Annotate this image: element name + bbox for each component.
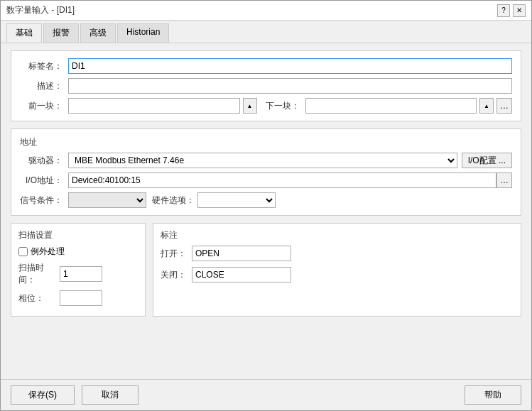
- scan-time-row: 扫描时间：: [18, 262, 138, 286]
- basic-info-section: 标签名： 描述： 前一块： ▲ 下一块： ▲ …: [11, 50, 521, 121]
- prev-label: 前一块：: [20, 100, 63, 112]
- cancel-button[interactable]: 取消: [82, 385, 139, 405]
- title-controls: ? ✕: [497, 4, 526, 17]
- prev-next-row: 前一块： ▲ 下一块： ▲ …: [20, 98, 512, 114]
- next-input[interactable]: [305, 98, 477, 114]
- io-config-button[interactable]: I/O配置 ...: [462, 153, 512, 168]
- main-content: 标签名： 描述： 前一块： ▲ 下一块： ▲ … 地址: [1, 43, 531, 379]
- exception-label: 例外处理: [31, 246, 65, 258]
- window-title: 数字量输入 - [DI1]: [6, 4, 75, 16]
- desc-input[interactable]: [68, 78, 512, 94]
- open-input[interactable]: [192, 246, 291, 261]
- io-addr-input[interactable]: [68, 172, 496, 188]
- scan-time-label: 扫描时间：: [18, 262, 55, 286]
- tag-label: 标签名：: [20, 60, 63, 72]
- scan-time-input[interactable]: [60, 266, 102, 282]
- next-dots-button[interactable]: …: [496, 98, 512, 114]
- annotation-section: 标注 打开： 关闭：: [153, 223, 521, 317]
- signal-label: 信号条件：: [20, 194, 63, 207]
- tab-advanced[interactable]: 高级: [80, 23, 116, 43]
- next-arrow-button[interactable]: ▲: [479, 98, 494, 114]
- address-title: 地址: [20, 136, 512, 148]
- io-addr-dots-button[interactable]: …: [496, 172, 512, 188]
- scan-section: 扫描设置 例外处理 扫描时间： 相位：: [11, 223, 146, 317]
- phase-row: 相位：: [18, 290, 138, 306]
- tag-input[interactable]: [68, 58, 512, 74]
- exception-checkbox[interactable]: [18, 247, 28, 256]
- desc-label: 描述：: [20, 80, 63, 92]
- bottom-sections: 扫描设置 例外处理 扫描时间： 相位： 标注 打开：: [11, 223, 521, 317]
- next-label: 下一块：: [266, 100, 300, 112]
- footer: 保存(S) 取消 帮助: [1, 379, 531, 410]
- annotation-title: 标注: [161, 229, 514, 241]
- signal-select[interactable]: [68, 192, 146, 208]
- tab-alarm[interactable]: 报警: [43, 23, 79, 43]
- exception-row: 例外处理: [18, 246, 138, 258]
- phase-label: 相位：: [18, 292, 55, 305]
- save-button[interactable]: 保存(S): [11, 385, 75, 405]
- main-window: 数字量输入 - [DI1] ? ✕ 基础 报警 高级 Historian 标签名…: [0, 0, 532, 411]
- io-addr-row: I/O地址： …: [20, 172, 512, 188]
- help-button[interactable]: ?: [497, 4, 510, 17]
- hw-label: 硬件选项：: [152, 194, 195, 207]
- close-row: 关闭：: [161, 267, 514, 283]
- desc-row: 描述：: [20, 78, 512, 94]
- prev-arrow-button[interactable]: ▲: [243, 98, 257, 114]
- hw-select[interactable]: [197, 192, 276, 208]
- help-footer-button[interactable]: 帮助: [465, 385, 521, 405]
- close-label: 关闭：: [161, 269, 186, 281]
- tab-basic[interactable]: 基础: [6, 23, 42, 43]
- tag-row: 标签名：: [20, 58, 512, 74]
- open-label: 打开：: [161, 248, 186, 260]
- driver-select[interactable]: MBE Modbus Ethernet 7.46e: [68, 153, 457, 168]
- scan-title: 扫描设置: [18, 229, 138, 241]
- close-button[interactable]: ✕: [513, 4, 526, 17]
- signal-row: 信号条件： 硬件选项：: [20, 192, 512, 208]
- phase-input[interactable]: [60, 290, 102, 306]
- tab-bar: 基础 报警 高级 Historian: [1, 21, 531, 43]
- prev-next-controls: ▲ 下一块： ▲ …: [68, 98, 512, 114]
- close-input[interactable]: [192, 267, 291, 283]
- address-section: 地址 驱动器： MBE Modbus Ethernet 7.46e I/O配置 …: [11, 128, 521, 216]
- prev-input[interactable]: [68, 98, 240, 114]
- open-row: 打开：: [161, 246, 514, 261]
- tab-historian[interactable]: Historian: [117, 23, 169, 43]
- io-addr-label: I/O地址：: [20, 175, 63, 187]
- driver-row: 驱动器： MBE Modbus Ethernet 7.46e I/O配置 ...: [20, 153, 512, 168]
- driver-label: 驱动器：: [20, 155, 63, 167]
- title-bar: 数字量输入 - [DI1] ? ✕: [1, 1, 531, 21]
